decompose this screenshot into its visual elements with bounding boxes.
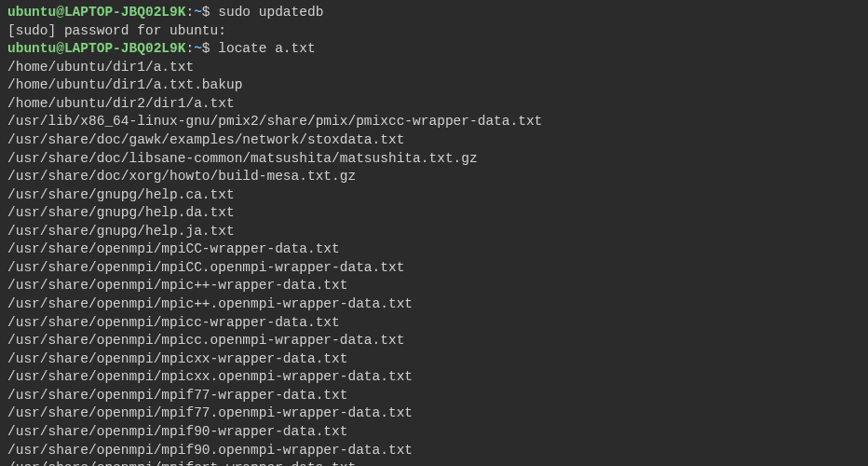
output-line: /usr/share/openmpi/mpicxx.openmpi-wrappe… [7,368,861,387]
prompt-dollar: $ [202,41,210,56]
output-line: /usr/share/openmpi/mpif90-wrapper-data.t… [7,423,861,442]
prompt-user-host: ubuntu@LAPTOP-JBQ02L9K [7,5,185,20]
output-line: /usr/share/doc/libsane-common/matsushita… [7,150,861,169]
output-line: /home/ubuntu/dir2/dir1/a.txt [7,95,861,114]
output-line: /usr/share/openmpi/mpif90.openmpi-wrappe… [7,442,861,460]
command-text-1: sudo updatedb [218,5,323,20]
command-input-1 [210,5,219,20]
output-line: /home/ubuntu/dir1/a.txt.bakup [7,76,861,95]
output-line: /usr/share/openmpi/mpicc-wrapper-data.tx… [7,314,861,333]
output-line: /usr/share/doc/xorg/howto/build-mesa.txt… [7,168,861,186]
output-line: /usr/share/gnupg/help.ja.txt [7,223,861,241]
prompt-path: ~ [194,5,202,20]
output-line: /usr/share/openmpi/mpif77.openmpi-wrappe… [7,404,861,423]
output-line: /usr/lib/x86_64-linux-gnu/pmix2/share/pm… [7,113,861,131]
output-line: /usr/share/openmpi/mpif77-wrapper-data.t… [7,387,861,405]
terminal-line-prompt-1[interactable]: ubuntu@LAPTOP-JBQ02L9K:~$ sudo updatedb [7,4,861,22]
terminal-line-prompt-2[interactable]: ubuntu@LAPTOP-JBQ02L9K:~$ locate a.txt [7,40,861,59]
prompt-path: ~ [194,41,202,56]
output-line: /usr/share/openmpi/mpiCC.openmpi-wrapper… [7,259,861,278]
locate-output: /home/ubuntu/dir1/a.txt/home/ubuntu/dir1… [7,59,861,466]
output-line: /usr/share/gnupg/help.ca.txt [7,186,861,205]
prompt-separator: : [185,41,194,56]
output-line: /usr/share/openmpi/mpic++.openmpi-wrappe… [7,295,861,314]
prompt-dollar: $ [202,5,210,20]
output-line: /usr/share/openmpi/mpicc.openmpi-wrapper… [7,332,861,350]
output-line: /usr/share/openmpi/mpic++-wrapper-data.t… [7,277,861,295]
output-line: /home/ubuntu/dir1/a.txt [7,59,861,77]
output-line: /usr/share/openmpi/mpifort-wrapper-data.… [7,459,861,466]
prompt-user-host: ubuntu@LAPTOP-JBQ02L9K [7,41,185,56]
command-text-2: locate a.txt [218,41,315,56]
output-line: /usr/share/doc/gawk/examples/network/sto… [7,131,861,150]
prompt-separator: : [185,5,194,20]
output-line: /usr/share/openmpi/mpicxx-wrapper-data.t… [7,350,861,369]
output-line: /usr/share/gnupg/help.da.txt [7,204,861,223]
command-input-2 [210,41,219,56]
sudo-password-prompt: [sudo] password for ubuntu: [7,22,861,41]
output-line: /usr/share/openmpi/mpiCC-wrapper-data.tx… [7,240,861,259]
